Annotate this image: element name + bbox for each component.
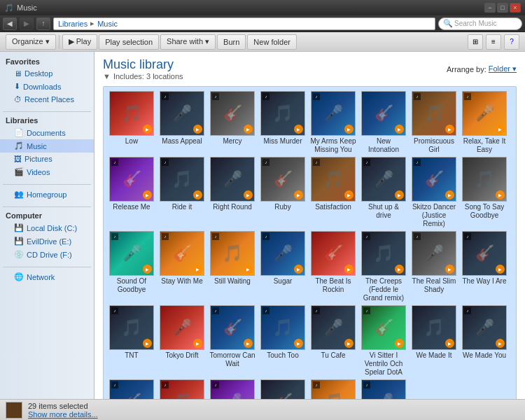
album-item[interactable]: 🎵 ♪ ▶ Still Waiting [209,231,256,302]
album-item[interactable]: 🎤 ♪ ▶ Sugar [259,231,307,302]
documents-icon: 📄 [14,128,24,137]
desktop-icon: 🖥 [14,69,22,78]
share-with-button[interactable]: Share with ▾ [160,34,216,50]
album-item[interactable]: 🎸 ▶ The Beat Is Rockin [309,231,357,302]
play-button[interactable]: ▶ Play [62,34,97,50]
sidebar-item-evil-drive[interactable]: 💾 EvilDrive (E:) [0,234,94,248]
play-selection-button[interactable]: Play selection [99,34,159,50]
sidebar-item-documents[interactable]: 📄 Documents [0,126,94,139]
album-item[interactable]: 🎵 ♪ ▶ TNT [108,305,155,377]
maximize-button[interactable]: □ [497,3,508,13]
sidebar-item-downloads[interactable]: ⬇ Downloads [0,80,94,93]
album-item[interactable]: 🎸 ♪ ▶ Mercy [209,91,256,154]
show-more-link[interactable]: Show more details... [28,410,98,419]
sidebar-item-cd-drive[interactable]: 💿 CD Drive (F:) [0,248,94,261]
album-item[interactable]: 🎸 ♪ ▶ When Love Takes Over [108,379,155,399]
album-item[interactable]: 🎸 ▶ New Intonation [360,91,407,154]
recent-icon: ⏱ [14,95,22,104]
up-button[interactable]: ↑ [36,18,50,30]
status-count: 29 items selected [28,402,88,410]
disk-e-icon: 💾 [14,237,24,246]
album-item[interactable]: 🎤 ▶ Tokyo Drift [158,305,206,377]
album-item[interactable]: 🎵 ▶ We Made It [410,305,458,377]
album-item[interactable]: 🎤 ♪ ▶ We Made You [461,305,508,377]
address-path[interactable]: Libraries ▸ Music [53,18,435,30]
album-item[interactable]: 🎸 ▶ You Don't Know [259,379,307,399]
main-layout: Favorites 🖥 Desktop ⬇ Downloads ⏱ Recent… [0,52,525,399]
homegroup-icon: 👥 [14,190,24,199]
title-bar-left: 🎵 Music [4,4,37,13]
album-item[interactable]: 🎤 ♪ ▶ Relax, Take It Easy [461,91,508,154]
sidebar-item-network[interactable]: 🌐 Network [0,270,94,284]
album-item[interactable]: 🎸 ♪ ▶ Vi Sitter I Ventrilo Och Spelar Do… [360,305,407,377]
content-area: Music library ▼ Includes: 3 locations Ar… [94,52,525,399]
album-item[interactable]: 🎸 ♪ ▶ Skitzo Dancer (Justice Remix) [410,157,458,228]
album-item[interactable]: 🎵 ♪ ▶ Гъзаре в Бургас [309,379,357,399]
sidebar-item-homegroup[interactable]: 👥 Homegroup [0,188,94,201]
album-item[interactable]: 🎵 ♪ ▶ The Creeps (Fedde le Grand remix) [360,231,407,302]
back-button[interactable]: ◀ [3,18,17,30]
title-bar-buttons: − □ × [484,3,521,13]
content-header: Music library ▼ Includes: 3 locations Ar… [103,57,517,80]
album-item[interactable]: 🎵 ♪ ▶ Touch Too [259,305,307,377]
burn-button[interactable]: Burn [217,34,246,50]
sidebar-favorites-header: Favorites [0,56,94,67]
sidebar-item-videos[interactable]: 🎬 Videos [0,165,94,178]
album-item[interactable]: 🎸 ♪ ▶ Release Me [108,157,155,228]
album-item[interactable]: 🎸 ♪ ▶ Tomorrow Can Wait [209,305,256,377]
toolbar-right: ⊞ ≡ ? [468,34,519,50]
details-pane-button[interactable]: ≡ [486,34,501,50]
album-item[interactable]: 🎸 ♪ ▶ Ruby [259,157,307,228]
toolbar: Organize ▾ ▶ Play Play selection Share w… [0,32,525,52]
sidebar-computer-header: Computer [0,210,94,221]
arrange-by-value[interactable]: Folder ▾ [489,64,517,74]
album-item[interactable]: 🎵 ♪ ▶ Ride it [158,157,206,228]
path-music[interactable]: Music [97,20,118,28]
view-options-button[interactable]: ⊞ [468,34,483,50]
sidebar-item-local-disk[interactable]: 💾 Local Disk (C:) [0,221,94,234]
music-icon: 🎵 [14,141,24,150]
album-item[interactable]: 🎤 ♪ ▶ My Arms Keep Missing You [309,91,357,154]
sidebar-item-music[interactable]: 🎵 Music [0,139,94,153]
album-item[interactable]: 🎤 ♪ ▶ Mass Appeal [158,91,206,154]
album-item[interactable]: 🎤 ♪ ▶ YMCA [209,379,256,399]
album-item[interactable]: 🎵 ♪ ▶ Satisfaction [309,157,357,228]
search-box[interactable]: 🔍 Search Music [438,18,522,30]
forward-button[interactable]: ▶ [20,18,34,30]
disk-c-icon: 💾 [14,223,24,232]
arrange-by: Arrange by: Folder ▾ [447,64,517,74]
window-icon: 🎵 [4,4,14,13]
sidebar-homegroup: 👥 Homegroup [0,188,94,201]
sidebar-item-recent[interactable]: ⏱ Recent Places [0,93,94,106]
minimize-button[interactable]: − [484,3,496,13]
album-item[interactable]: 🎤 ♪ ▶ Tu Cafe [309,305,357,377]
album-item[interactable]: 🎤 ♪ ▶ Sound Of Goodbye [108,231,155,302]
status-bar: 29 items selected Show more details... [0,399,525,420]
new-folder-button[interactable]: New folder [247,34,297,50]
album-item[interactable]: 🎤 ▶ Right Round [209,157,256,228]
path-libraries[interactable]: Libraries [58,20,88,28]
album-item[interactable]: 🎵 ♪ ▶ Miss Murder [259,91,307,154]
cd-icon: 💿 [14,250,24,259]
help-button[interactable]: ? [504,34,519,50]
album-item[interactable]: 🎤 ♪ ▶ The Real Slim Shady [410,231,458,302]
album-item[interactable]: 🎸 ♪ ▶ The Way I Are [461,231,508,302]
status-thumbnail [6,402,22,419]
sidebar-item-desktop[interactable]: 🖥 Desktop [0,67,94,80]
album-item[interactable]: 🎵 ▶ Low [108,91,155,154]
album-item[interactable]: 🎤 ♪ ▶ Shut up & drive [360,157,407,228]
album-item[interactable]: 🎸 ♪ ▶ Stay With Me [158,231,206,302]
album-item[interactable]: 🎤 ♪ ▶ Песента [360,379,407,399]
organize-button[interactable]: Organize ▾ [6,34,56,50]
sidebar-item-pictures[interactable]: 🖼 Pictures [0,153,94,165]
network-icon: 🌐 [14,272,24,281]
search-icon: 🔍 [443,19,453,28]
album-item[interactable]: 🎵 ♪ ▶ Womanizer [158,379,206,399]
sidebar-computer: Computer 💾 Local Disk (C:) 💾 EvilDrive (… [0,210,94,261]
album-item[interactable]: 🎵 ♪ ▶ Promiscuous Girl [410,91,458,154]
window-title: Music [17,4,37,12]
close-button[interactable]: × [510,3,521,13]
album-item[interactable]: 🎵 ▶ Song To Say Goodbye [461,157,508,228]
downloads-icon: ⬇ [14,82,20,91]
toolbar-separator-1 [59,35,59,49]
